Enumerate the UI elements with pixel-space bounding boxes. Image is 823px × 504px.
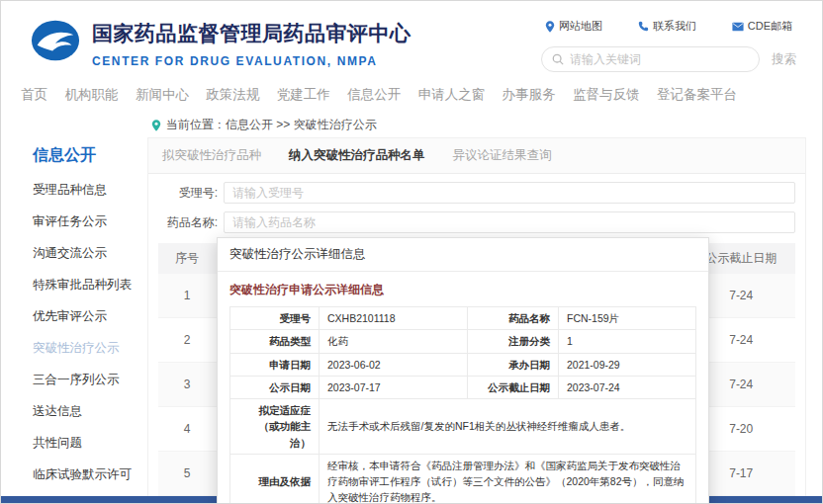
publicity-date-value: 2023-07-17	[320, 376, 468, 398]
nav-item-services[interactable]: 办事服务	[503, 86, 556, 104]
nav-item-org-functions[interactable]: 机构职能	[64, 86, 118, 104]
undertake-date-label: 承办日期	[468, 353, 559, 376]
link-contact[interactable]: 联系我们	[638, 19, 696, 34]
publicity-date-label: 公示日期	[230, 376, 320, 398]
map-pin-icon	[545, 21, 555, 33]
drug-name-detail-label: 药品名称	[468, 307, 559, 330]
apply-date-label: 申请日期	[230, 353, 320, 376]
search-box	[541, 46, 760, 72]
detail-row-basis: 理由及依据 经审核，本申请符合《药品注册管理办法》和《国家药监局关于发布突破性治…	[230, 454, 696, 504]
detail-row: 药品类型 化药 注册分类 1	[230, 330, 696, 353]
link-sitemap-label: 网站地图	[559, 19, 602, 34]
detail-row: 受理号 CXHB2101118 药品名称 FCN-159片	[230, 307, 696, 330]
nav-item-info-disclosure[interactable]: 信息公开	[347, 86, 401, 104]
detail-row: 申请日期 2023-06-02 承办日期 2021-09-29	[230, 353, 696, 376]
nav-item-party-building[interactable]: 党建工作	[277, 86, 330, 104]
drug-name-row: 药品名称:	[158, 211, 795, 233]
site-header: 国家药品监督管理局药品审评中心 CENTER FOR DRUG EVALUATI…	[1, 1, 822, 78]
detail-row-indication: 拟定适应症（或功能主治） 无法手术或术后残留/复发的NF1相关的丛状神经纤维瘤成…	[230, 399, 696, 455]
sidebar-item-priority-review[interactable]: 优先审评公示	[33, 308, 147, 325]
drug-name-label: 药品名称:	[158, 214, 224, 231]
indication-value: 无法手术或术后残留/复发的NF1相关的丛状神经纤维瘤成人患者。	[320, 399, 696, 455]
row-seq: 5	[158, 452, 216, 495]
acceptance-no-label: 受理号:	[158, 185, 224, 202]
column-header-seq: 序号	[158, 243, 216, 274]
drug-name-detail-value: FCN-159片	[559, 307, 696, 330]
row-seq: 4	[158, 407, 216, 451]
search-row: 搜索	[541, 46, 796, 72]
undertake-date-value: 2021-09-29	[559, 353, 696, 376]
acceptance-no-detail-label: 受理号	[230, 307, 320, 330]
sidebar-item-three-in-one[interactable]: 三合一序列公示	[33, 372, 147, 388]
acceptance-no-detail-value: CXHB2101118	[320, 307, 468, 330]
org-title-block: 国家药品监督管理局药品审评中心 CENTER FOR DRUG EVALUATI…	[92, 19, 412, 68]
bt-detail-modal: 突破性治疗公示详细信息 突破性治疗申请公示详细信息 受理号 CXHB210111…	[217, 237, 709, 504]
modal-section-title: 突破性治疗申请公示详细信息	[229, 282, 696, 298]
sidebar-item-clinical-trial-license[interactable]: 临床试验默示许可	[33, 466, 147, 483]
cde-logo-icon	[31, 19, 80, 62]
nav-item-applicant-window[interactable]: 申请人之窗	[418, 86, 486, 104]
sidebar-item-delivery-info[interactable]: 送达信息	[33, 403, 147, 420]
sidebar-item-communication[interactable]: 沟通交流公示	[33, 245, 147, 262]
header-right: 网站地图 联系我们 CDE邮箱 搜索	[541, 19, 796, 72]
link-mailbox[interactable]: CDE邮箱	[732, 19, 792, 34]
main-nav: 首页 机构职能 新闻中心 政策法规 党建工作 信息公开 申请人之窗 办事服务 监…	[1, 78, 822, 112]
cde-portal-page: { "theme": { "primary_blue": "#1b6ac2", …	[0, 0, 823, 504]
sidebar-item-accepted-products[interactable]: 受理品种信息	[33, 182, 147, 199]
registration-class-value: 1	[559, 330, 696, 353]
modal-title: 突破性治疗公示详细信息	[218, 238, 708, 272]
basis-value: 经审核，本申请符合《药品注册管理办法》和《国家药监局关于发布突破性治疗药物审评工…	[320, 454, 696, 504]
tabs: 拟突破性治疗品种 纳入突破性治疗品种名单 异议论证结果查询	[148, 138, 805, 174]
tab-proposed-bt[interactable]: 拟突破性治疗品种	[162, 147, 261, 164]
location-pin-icon	[151, 120, 161, 131]
sidebar-item-common-issues[interactable]: 共性问题	[33, 435, 147, 452]
acceptance-no-row: 受理号:	[158, 182, 795, 204]
sidebar-item-breakthrough-therapy[interactable]: 突破性治疗公示	[33, 340, 147, 357]
drug-type-value: 化药	[320, 330, 468, 353]
quick-links: 网站地图 联系我们 CDE邮箱	[541, 19, 796, 34]
search-button[interactable]: 搜索	[772, 51, 796, 68]
link-sitemap[interactable]: 网站地图	[545, 19, 602, 34]
cde-logo[interactable]	[31, 19, 80, 62]
breadcrumb: 当前位置：信息公开 >> 突破性治疗公示	[1, 112, 822, 137]
org-title-en: CENTER FOR DRUG EVALUATION, NMPA	[92, 54, 412, 68]
mail-icon	[732, 22, 744, 32]
detail-table: 受理号 CXHB2101118 药品名称 FCN-159片 药品类型 化药 注册…	[229, 306, 696, 504]
row-seq: 3	[158, 363, 216, 406]
nav-item-home[interactable]: 首页	[21, 86, 47, 104]
sidebar-item-special-approval[interactable]: 特殊审批品种列表	[33, 277, 147, 294]
sidebar-title: 信息公开	[33, 145, 147, 166]
search-input[interactable]	[570, 52, 749, 66]
basis-label: 理由及依据	[230, 454, 320, 504]
row-seq: 2	[158, 318, 216, 362]
link-mailbox-label: CDE邮箱	[748, 19, 792, 34]
apply-date-value: 2023-06-02	[320, 353, 468, 376]
modal-body: 突破性治疗申请公示详细信息 受理号 CXHB2101118 药品名称 FCN-1…	[218, 272, 708, 504]
org-title-cn: 国家药品监督管理局药品审评中心	[92, 20, 412, 47]
detail-row: 公示日期 2023-07-17 公示截止日期 2023-07-24	[230, 376, 696, 398]
tab-included-bt-list[interactable]: 纳入突破性治疗品种名单	[289, 147, 425, 164]
search-icon	[552, 53, 564, 65]
drug-type-label: 药品类型	[230, 330, 320, 353]
nav-item-registration-platform[interactable]: 登记备案平台	[657, 86, 737, 104]
registration-class-label: 注册分类	[468, 330, 559, 353]
deadline-value: 2023-07-24	[559, 376, 696, 398]
nav-item-policies[interactable]: 政策法规	[206, 86, 259, 104]
sidebar: 信息公开 受理品种信息 审评任务公示 沟通交流公示 特殊审批品种列表 优先审评公…	[17, 137, 147, 504]
nav-item-supervision-feedback[interactable]: 监督与反馈	[573, 86, 640, 104]
sidebar-item-review-tasks[interactable]: 审评任务公示	[33, 213, 147, 230]
nav-item-news-center[interactable]: 新闻中心	[136, 86, 189, 104]
row-seq: 1	[158, 274, 216, 317]
indication-label: 拟定适应症（或功能主治）	[230, 399, 320, 455]
drug-name-input[interactable]	[224, 211, 795, 233]
link-contact-label: 联系我们	[653, 19, 696, 34]
breadcrumb-path: 当前位置：信息公开 >> 突破性治疗公示	[166, 117, 377, 133]
tab-objection-query[interactable]: 异议论证结果查询	[453, 147, 552, 164]
deadline-label: 公示截止日期	[468, 376, 559, 398]
phone-icon	[638, 21, 649, 32]
acceptance-no-input[interactable]	[224, 182, 795, 204]
